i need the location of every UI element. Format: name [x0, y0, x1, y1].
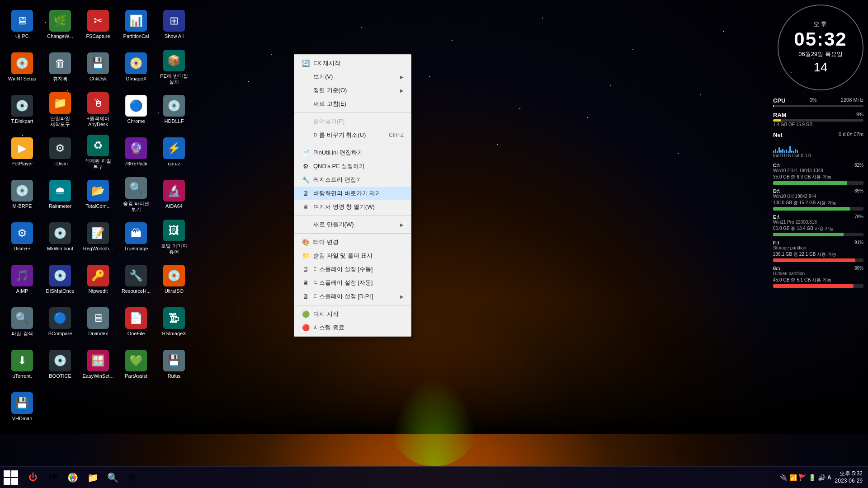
- ctx-item-restart[interactable]: 🟢다시 시작: [294, 307, 411, 321]
- desktop-icon-trash[interactable]: 🗑휴지통: [42, 47, 78, 88]
- desktop-icon-rsimagex[interactable]: 🗜RSImageX: [156, 302, 192, 343]
- desktop-icon-anydesk[interactable]: 🖱+원격제어 AnyDesk: [80, 89, 116, 130]
- tent-glow: [389, 376, 479, 466]
- single-file-icon: 📁: [49, 92, 71, 114]
- desktop-icon-easywins[interactable]: 🪟EasyWinSet...: [80, 344, 116, 385]
- ctx-item-regedit[interactable]: 🔧레지스트리 편집기: [294, 173, 411, 187]
- ctx-item-ex-restart[interactable]: 🔄EX 재시작: [294, 56, 411, 70]
- trash-icon: 🗑: [49, 52, 71, 74]
- ctx-item-theme[interactable]: 🎨테마 변경: [294, 235, 411, 249]
- ctx-item-qnds-pe[interactable]: ⚙QND's PE 설정하기: [294, 160, 411, 173]
- ctx-item-open-cmd[interactable]: 🖥여기서 명령 창 열기(W): [294, 200, 411, 214]
- ctx-item-sort[interactable]: 정렬 기준(O)▶: [294, 84, 411, 97]
- desktop-icon-bootice[interactable]: 💿BOOTICE: [42, 344, 78, 385]
- regworksh-icon: 📝: [87, 222, 109, 244]
- desktop-icon-fscapture[interactable]: ✂FSCapture: [80, 5, 116, 45]
- ntpwedit-icon: 🔑: [87, 265, 109, 286]
- desktop-icon-gimagex[interactable]: 📀GImageX: [118, 47, 154, 88]
- easywins-label: EasyWinSet...: [82, 373, 113, 379]
- qnds-pe-icon: ⚙: [302, 162, 310, 170]
- refresh-label: 새로 고침(E): [313, 100, 346, 108]
- desktop-icon-cpuz[interactable]: ⚡cpu-z: [156, 132, 192, 173]
- desktop-icon-tdiskpart[interactable]: 💿T.Diskpart: [5, 89, 40, 130]
- desktop-icon-chrome[interactable]: 🔵Chrome: [118, 89, 154, 130]
- open-cmd-icon: 🖥: [302, 203, 310, 211]
- desktop-icon-partitioncal[interactable]: 📊PartitionCal: [118, 5, 154, 45]
- taskbar-power[interactable]: ⏻: [24, 468, 42, 487]
- taskbar-maps[interactable]: 🗺: [43, 468, 62, 487]
- desktop-icon-rainmeter[interactable]: 🌧Rainmeter: [42, 174, 78, 215]
- view-arrow: ▶: [400, 75, 404, 80]
- desktop-icon-mkwimboot[interactable]: 💿MkWimboot: [42, 217, 78, 258]
- taskbar-time[interactable]: 오후 5:32 2023-06-29: [835, 470, 863, 484]
- sort-label: 정렬 기준(O): [313, 86, 347, 94]
- potplayer-icon: ▶: [11, 137, 33, 159]
- ctx-item-pinutil-edit[interactable]: 📄PinUtil.ini 편집하기: [294, 146, 411, 160]
- cpu-percent: 0%: [810, 97, 817, 104]
- net-sparkline: [773, 139, 863, 153]
- taskbar-explorer[interactable]: 📁: [83, 468, 102, 487]
- desktop-icon-ntpwedit[interactable]: 🔑Ntpwedit: [80, 259, 116, 300]
- ctx-item-show-hidden[interactable]: 📁숨김 파일 및 폴더 표시: [294, 249, 411, 263]
- desktop-icon-winntsetup[interactable]: 💿WinNTSetup: [5, 47, 40, 88]
- ctx-item-remove-shortcut[interactable]: 🖥바탕화면의 바로가기 제거: [294, 187, 411, 200]
- desktop-icon-resourceh[interactable]: 🔧ResourceH...: [118, 259, 154, 300]
- tray-usb: 🔌: [780, 474, 788, 481]
- desktop-icon-drvindex[interactable]: 🖥Drvindex: [80, 302, 116, 343]
- desktop-icon-aida64[interactable]: 🔬AIDA64: [156, 174, 192, 215]
- desktop-icon-pe-setup[interactable]: 📦PE에 반디집 설치: [156, 47, 192, 88]
- ctx-item-rename-undo[interactable]: 이름 바꾸기 취소(U)Ctrl+Z: [294, 128, 411, 142]
- desktop-icon-total-img-viewer[interactable]: 🖼토탈 이미지 뷰어: [156, 217, 192, 258]
- desktop-icon-bcompare[interactable]: 🔵BCompare: [42, 302, 78, 343]
- desktop-icon-78repack[interactable]: 🔮78RePack: [118, 132, 154, 173]
- desktop-icon-aimp[interactable]: 🎵AIMP: [5, 259, 40, 300]
- desktop-icon-hddllf[interactable]: 💿HDDLLF: [156, 89, 192, 130]
- partitioncal-label: PartitionCal: [123, 33, 149, 39]
- desktop-icon-my-pc[interactable]: 🖥내 PC: [5, 5, 40, 45]
- desktop-icon-file-search[interactable]: 🔍파일 검색: [5, 302, 40, 343]
- desktop-icon-dismatonce[interactable]: 💿DISMatOnce: [42, 259, 78, 300]
- desktop-icon-dismpp[interactable]: ⚙Dism++: [5, 217, 40, 258]
- aida64-label: AIDA64: [165, 203, 183, 209]
- desktop-icon-deleted-restore[interactable]: ♻삭제된 파일 복구: [80, 132, 116, 173]
- ctx-item-shutdown[interactable]: 🔴시스템 종료: [294, 321, 411, 334]
- desktop-icon-utorrent[interactable]: ⬇uTorrent.: [5, 344, 40, 385]
- regworksh-label: RegWorksh...: [83, 246, 113, 252]
- desktop-icon-trueimage[interactable]: 🏔TrueImage: [118, 217, 154, 258]
- desktop-icon-single-file[interactable]: 📁단일파일 제작도구: [42, 89, 78, 130]
- taskbar-grid[interactable]: ⊞: [123, 468, 142, 487]
- taskbar-right: 🔌 📶 🚩 🔋 🔊 A 오후 5:32 2023-06-29: [780, 470, 868, 484]
- ctx-item-display-manual[interactable]: 🖥디스플레이 설정 [수동]: [294, 263, 411, 276]
- desktop-icon-regworksh[interactable]: 📝RegWorksh...: [80, 217, 116, 258]
- ctx-item-display-auto[interactable]: 🖥디스플레이 설정 [자동]: [294, 276, 411, 290]
- ctx-item-display-dpi[interactable]: 🖥디스플레이 설정 [D.P.I]▶: [294, 290, 411, 303]
- aimp-icon: 🎵: [11, 265, 33, 286]
- ultraiso-label: UltraISO: [165, 288, 184, 294]
- my-pc-icon: 🖥: [11, 10, 33, 32]
- desktop-icon-totalcmd[interactable]: 📂TotalCom...: [80, 174, 116, 215]
- onefile-icon: 📄: [125, 307, 147, 329]
- chkdsk-icon: 💾: [87, 52, 109, 74]
- view-icon: [302, 73, 310, 81]
- rufus-label: Rufus: [168, 373, 181, 379]
- desktop-icon-changew[interactable]: 🌿ChangeW...: [42, 5, 78, 45]
- ctx-item-view[interactable]: 보기(V)▶: [294, 70, 411, 84]
- start-button[interactable]: [0, 467, 22, 488]
- ctx-item-new[interactable]: 새로 만들기(W)▶: [294, 218, 411, 231]
- ctx-item-refresh[interactable]: 새로 고침(E): [294, 97, 411, 111]
- desktop-icon-tdism[interactable]: ⚙T.Dism: [42, 132, 78, 173]
- desktop-icon-rufus[interactable]: 💾Rufus: [156, 344, 192, 385]
- changew-label: ChangeW...: [47, 33, 73, 39]
- desktop-icon-ultraiso[interactable]: 💿UltraISO: [156, 259, 192, 300]
- desktop-icon-chkdsk[interactable]: 💾ChkDsk: [80, 47, 116, 88]
- desktop-icon-potplayer[interactable]: ▶PotPlayer: [5, 132, 40, 173]
- desktop-icon-partassist[interactable]: 💚PartAssist: [118, 344, 154, 385]
- desktop-icon-onefile[interactable]: 📄OneFile: [118, 302, 154, 343]
- desktop-icon-vhdman[interactable]: 💾VHDman: [5, 387, 40, 427]
- taskbar-search[interactable]: 🔍: [103, 468, 122, 487]
- taskbar-chrome[interactable]: [63, 468, 82, 487]
- context-menu: 🔄EX 재시작보기(V)▶정렬 기준(O)▶새로 고침(E)붙여넣기(P)이름 …: [294, 54, 411, 337]
- desktop-icon-showall[interactable]: ⊞Show All: [156, 5, 192, 45]
- desktop-icon-mbrpe[interactable]: 💿M-BRPE: [5, 174, 40, 215]
- desktop-icon-hidden-partition[interactable]: 🔍숨김 파티션 보기: [118, 174, 154, 215]
